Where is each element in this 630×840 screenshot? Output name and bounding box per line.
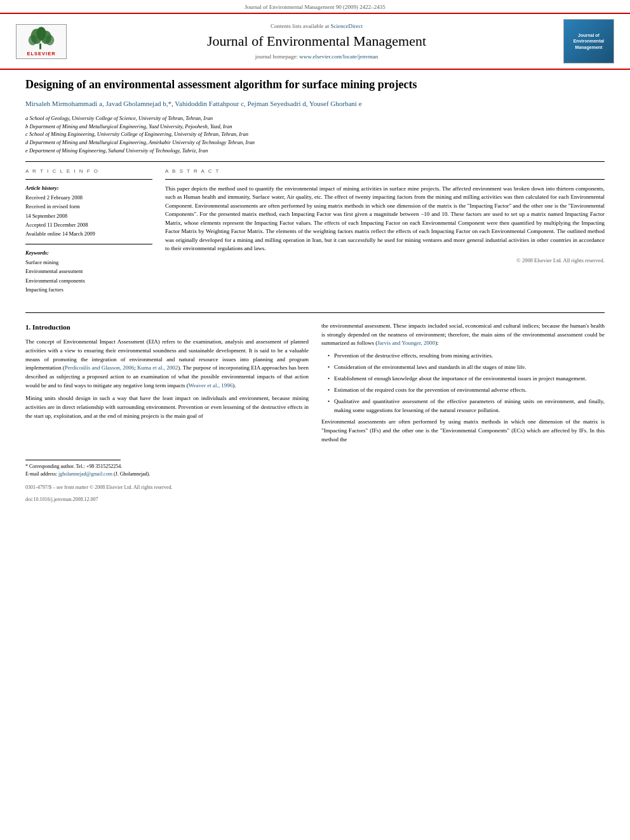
svg-point-5 — [46, 35, 55, 46]
keywords-label: Keywords: — [25, 250, 152, 256]
journal-title: Journal of Environmental Management — [76, 33, 557, 50]
divider-keywords — [25, 244, 152, 244]
homepage-url[interactable]: www.elsevier.com/locate/jenvman — [299, 53, 378, 60]
affiliation-a: a School of Geology, University College … — [25, 114, 605, 123]
journal-citation: Journal of Environmental Management 90 (… — [245, 4, 385, 10]
available-date: Available online 14 March 2009 — [25, 229, 152, 238]
abstract-text: This paper depicts the method used to qu… — [165, 185, 605, 253]
footer: * Corresponding author. Tel.: +98 351525… — [0, 455, 630, 506]
affiliation-c: c School of Mining Engineering, Universi… — [25, 130, 605, 138]
aims-bullet-list: Prevention of the destructive effects, r… — [328, 352, 605, 415]
journal-homepage: journal homepage: www.elsevier.com/locat… — [76, 53, 557, 60]
journal-citation-bar: Journal of Environmental Management 90 (… — [0, 0, 630, 13]
intro-para-2: Mining units should design in such a way… — [25, 394, 309, 421]
divider-1 — [25, 161, 605, 162]
ref-kuma[interactable]: Kuma et al., 2002 — [137, 364, 178, 371]
elsevier-logo-container: ELSEVIER — [13, 24, 70, 59]
affiliations: a School of Geology, University College … — [25, 114, 605, 155]
section1-title: Introduction — [32, 323, 70, 331]
page: Journal of Environmental Management 90 (… — [0, 0, 630, 840]
body-col-right: the environmental assessment. These impa… — [321, 322, 605, 448]
journal-header: ELSEVIER Contents lists available at Sci… — [0, 13, 630, 70]
journal-thumbnail: Journal ofEnvironmentalManagement — [563, 19, 614, 63]
revised-date: Received in revised form14 September 200… — [25, 202, 152, 220]
body-divider-container — [0, 312, 630, 313]
footnote-corresponding: * Corresponding author. Tel.: +98 351525… — [25, 463, 605, 470]
bullet-4: Estimation of the required costs for the… — [328, 386, 605, 395]
footnote-email: E-mail address: jgholamnejad@gmail.com (… — [25, 470, 605, 478]
keywords-list: Surface mining Environmental assessment … — [25, 258, 152, 295]
keyword-2: Environmental assessment — [25, 267, 152, 276]
affiliation-e: e Department of Mining Engineering, Saha… — [25, 147, 605, 155]
footnote-divider — [25, 460, 121, 460]
affiliation-b: b Department of Mining and Metallurgical… — [25, 123, 605, 131]
info-abstract-section: A R T I C L E I N F O Article history: R… — [25, 168, 605, 295]
affiliation-d: d Department of Mining and Metallurgical… — [25, 138, 605, 147]
keyword-3: Environmental components — [25, 276, 152, 285]
right-para-1: the environmental assessment. These impa… — [321, 322, 605, 349]
section1-heading: 1. Introduction — [25, 322, 309, 333]
keyword-4: Impacting factors — [25, 285, 152, 294]
sciencedirect-line: Contents lists available at ScienceDirec… — [76, 23, 557, 29]
ref-weaver[interactable]: Weaver et al., 1996 — [189, 382, 233, 389]
svg-point-3 — [37, 27, 46, 40]
history-label: Article history: — [25, 185, 152, 191]
elsevier-logo: ELSEVIER — [16, 24, 67, 59]
divider-info — [25, 179, 152, 180]
issn-line: 0301-4797/$ – see front matter © 2008 El… — [25, 484, 605, 490]
body-section: 1. Introduction The concept of Environme… — [0, 322, 630, 448]
svg-point-4 — [29, 35, 37, 46]
article-content: Designing of an environmental assessment… — [0, 70, 630, 307]
keywords-section: Keywords: Surface mining Environmental a… — [25, 250, 152, 295]
issn-text: 0301-4797/$ – see front matter © 2008 El… — [25, 484, 173, 490]
body-divider — [25, 312, 605, 313]
elsevier-text: ELSEVIER — [27, 51, 55, 57]
header-center: Contents lists available at ScienceDirec… — [76, 23, 557, 60]
abstract-label: A B S T R A C T — [165, 168, 605, 174]
authors-text: Mirsaleh Mirmohammadi a, Javad Gholamnej… — [25, 100, 362, 107]
article-title: Designing of an environmental assessment… — [25, 77, 605, 92]
sciencedirect-link[interactable]: ScienceDirect — [331, 23, 363, 29]
doi-line: doi:10.1016/j.jenvman.2008.12.007 — [25, 497, 605, 502]
divider-abstract — [165, 179, 605, 180]
ref-perdicoilis[interactable]: Perdicoúlis and Glasson, 2006 — [65, 364, 135, 371]
elsevier-tree-icon — [22, 27, 60, 51]
corresponding-author-text: * Corresponding author. Tel.: +98 351525… — [25, 463, 122, 469]
article-dates: Received 2 February 2008 Received in rev… — [25, 193, 152, 239]
article-info-label: A R T I C L E I N F O — [25, 168, 152, 174]
email-label: E-mail address: — [25, 471, 57, 477]
bullet-5: Qualitative and quantitative assessment … — [328, 397, 605, 415]
bullet-2: Consideration of the environmental laws … — [328, 363, 605, 372]
authors-line: Mirsaleh Mirmohammadi a, Javad Gholamnej… — [25, 98, 605, 109]
body-col-left: 1. Introduction The concept of Environme… — [25, 322, 309, 448]
bullet-1: Prevention of the destructive effects, r… — [328, 352, 605, 361]
received-date: Received 2 February 2008 — [25, 193, 152, 202]
copyright-note: © 2008 Elsevier Ltd. All rights reserved… — [165, 257, 605, 263]
accepted-date: Accepted 11 December 2008 — [25, 220, 152, 229]
ref-jarvis[interactable]: Jarvis and Younger, 2000 — [377, 340, 435, 346]
section1-number: 1. — [25, 323, 30, 331]
article-info-col: A R T I C L E I N F O Article history: R… — [25, 168, 152, 295]
bullet-3: Establishment of enough knowledge about … — [328, 375, 605, 383]
right-para-2: Environmental assessments are often perf… — [321, 418, 605, 444]
intro-para-1: The concept of Environmental Impact Asse… — [25, 338, 309, 391]
keyword-1: Surface mining — [25, 258, 152, 267]
email-suffix: (J. Gholamnejad). — [114, 471, 151, 477]
email-address[interactable]: jgholamnejad@gmail.com — [58, 471, 112, 477]
journal-thumbnail-container: Journal ofEnvironmentalManagement — [563, 19, 617, 63]
doi-text: doi:10.1016/j.jenvman.2008.12.007 — [25, 497, 98, 502]
abstract-col: A B S T R A C T This paper depicts the m… — [165, 168, 605, 295]
svg-rect-0 — [39, 43, 41, 49]
